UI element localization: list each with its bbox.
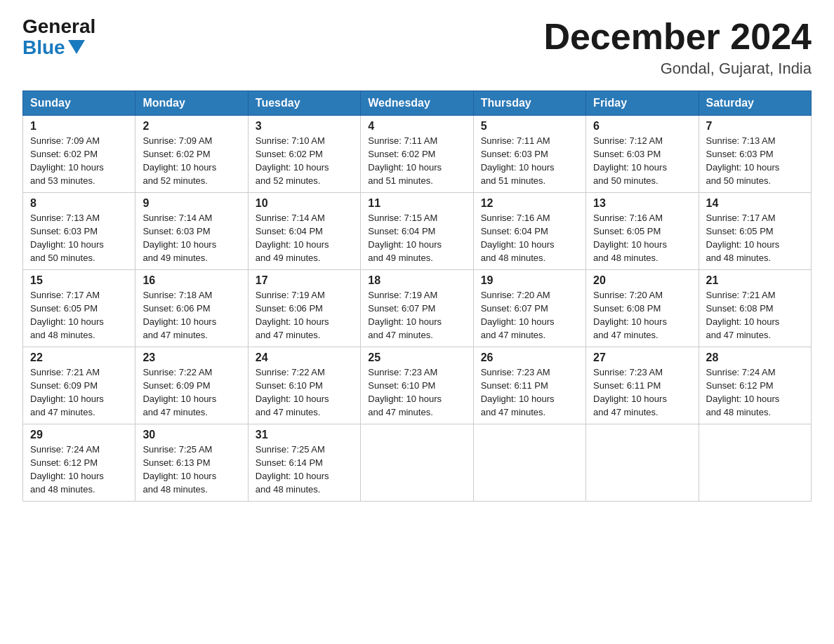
- day-number: 10: [256, 197, 353, 210]
- table-row: [473, 424, 585, 502]
- day-info: Sunrise: 7:14 AMSunset: 6:03 PMDaylight:…: [143, 212, 240, 264]
- day-number: 16: [143, 274, 240, 287]
- day-number: 19: [481, 274, 578, 287]
- day-number: 13: [593, 197, 691, 210]
- table-row: 24Sunrise: 7:22 AMSunset: 6:10 PMDayligh…: [248, 347, 360, 424]
- table-row: 16Sunrise: 7:18 AMSunset: 6:06 PMDayligh…: [135, 270, 248, 347]
- day-info: Sunrise: 7:24 AMSunset: 6:12 PMDaylight:…: [30, 443, 128, 496]
- day-number: 25: [368, 351, 465, 364]
- day-number: 1: [30, 120, 128, 133]
- day-info: Sunrise: 7:24 AMSunset: 6:12 PMDaylight:…: [706, 366, 804, 419]
- day-number: 2: [143, 120, 240, 133]
- table-row: 2Sunrise: 7:09 AMSunset: 6:02 PMDaylight…: [135, 116, 248, 193]
- day-number: 9: [143, 197, 240, 210]
- day-number: 24: [256, 351, 353, 364]
- day-number: 17: [256, 274, 353, 287]
- day-info: Sunrise: 7:23 AMSunset: 6:10 PMDaylight:…: [368, 366, 465, 419]
- day-info: Sunrise: 7:21 AMSunset: 6:09 PMDaylight:…: [30, 366, 128, 419]
- day-info: Sunrise: 7:12 AMSunset: 6:03 PMDaylight:…: [593, 135, 691, 187]
- day-number: 31: [256, 429, 353, 441]
- col-monday: Monday: [135, 91, 248, 116]
- day-info: Sunrise: 7:20 AMSunset: 6:08 PMDaylight:…: [593, 289, 691, 342]
- table-row: [361, 424, 473, 502]
- table-row: 17Sunrise: 7:19 AMSunset: 6:06 PMDayligh…: [248, 270, 360, 347]
- day-number: 11: [368, 197, 465, 210]
- table-row: 14Sunrise: 7:17 AMSunset: 6:05 PMDayligh…: [699, 193, 811, 270]
- table-row: 26Sunrise: 7:23 AMSunset: 6:11 PMDayligh…: [473, 347, 585, 424]
- day-number: 12: [481, 197, 578, 210]
- day-info: Sunrise: 7:11 AMSunset: 6:02 PMDaylight:…: [368, 135, 465, 187]
- table-row: 10Sunrise: 7:14 AMSunset: 6:04 PMDayligh…: [248, 193, 360, 270]
- calendar-week-row: 22Sunrise: 7:21 AMSunset: 6:09 PMDayligh…: [23, 347, 812, 424]
- col-thursday: Thursday: [473, 91, 585, 116]
- table-row: 30Sunrise: 7:25 AMSunset: 6:13 PMDayligh…: [135, 424, 248, 502]
- day-number: 7: [706, 120, 804, 133]
- calendar-week-row: 1Sunrise: 7:09 AMSunset: 6:02 PMDaylight…: [23, 116, 812, 193]
- day-number: 21: [706, 274, 804, 287]
- day-info: Sunrise: 7:10 AMSunset: 6:02 PMDaylight:…: [256, 135, 353, 187]
- table-row: 4Sunrise: 7:11 AMSunset: 6:02 PMDaylight…: [361, 116, 473, 193]
- table-row: 18Sunrise: 7:19 AMSunset: 6:07 PMDayligh…: [361, 270, 473, 347]
- day-info: Sunrise: 7:18 AMSunset: 6:06 PMDaylight:…: [143, 289, 240, 342]
- day-info: Sunrise: 7:13 AMSunset: 6:03 PMDaylight:…: [30, 212, 128, 264]
- table-row: 6Sunrise: 7:12 AMSunset: 6:03 PMDaylight…: [586, 116, 699, 193]
- table-row: 19Sunrise: 7:20 AMSunset: 6:07 PMDayligh…: [473, 270, 585, 347]
- table-row: 29Sunrise: 7:24 AMSunset: 6:12 PMDayligh…: [23, 424, 135, 502]
- day-info: Sunrise: 7:25 AMSunset: 6:13 PMDaylight:…: [143, 443, 240, 496]
- logo-general-text: General: [22, 17, 95, 36]
- day-number: 14: [706, 197, 804, 210]
- day-info: Sunrise: 7:15 AMSunset: 6:04 PMDaylight:…: [368, 212, 465, 264]
- table-row: 9Sunrise: 7:14 AMSunset: 6:03 PMDaylight…: [135, 193, 248, 270]
- table-row: 21Sunrise: 7:21 AMSunset: 6:08 PMDayligh…: [699, 270, 811, 347]
- day-number: 18: [368, 274, 465, 287]
- day-number: 30: [143, 429, 240, 441]
- col-tuesday: Tuesday: [248, 91, 360, 116]
- table-row: 20Sunrise: 7:20 AMSunset: 6:08 PMDayligh…: [586, 270, 699, 347]
- day-info: Sunrise: 7:16 AMSunset: 6:04 PMDaylight:…: [481, 212, 578, 264]
- day-number: 5: [481, 120, 578, 133]
- day-number: 28: [706, 351, 804, 364]
- day-number: 23: [143, 351, 240, 364]
- day-number: 15: [30, 274, 128, 287]
- calendar-table: Sunday Monday Tuesday Wednesday Thursday…: [22, 90, 812, 502]
- day-info: Sunrise: 7:13 AMSunset: 6:03 PMDaylight:…: [706, 135, 804, 187]
- logo-triangle-icon: [68, 40, 85, 54]
- table-row: 8Sunrise: 7:13 AMSunset: 6:03 PMDaylight…: [23, 193, 135, 270]
- page-header: General Blue December 2024 Gondal, Gujar…: [22, 17, 812, 78]
- day-number: 26: [481, 351, 578, 364]
- col-friday: Friday: [586, 91, 699, 116]
- logo: General Blue: [22, 17, 95, 59]
- col-wednesday: Wednesday: [361, 91, 473, 116]
- day-info: Sunrise: 7:17 AMSunset: 6:05 PMDaylight:…: [706, 212, 804, 264]
- day-number: 27: [593, 351, 691, 364]
- table-row: [586, 424, 699, 502]
- calendar-week-row: 15Sunrise: 7:17 AMSunset: 6:05 PMDayligh…: [23, 270, 812, 347]
- table-row: 12Sunrise: 7:16 AMSunset: 6:04 PMDayligh…: [473, 193, 585, 270]
- logo-blue-label: Blue: [22, 36, 65, 59]
- table-row: 11Sunrise: 7:15 AMSunset: 6:04 PMDayligh…: [361, 193, 473, 270]
- day-info: Sunrise: 7:14 AMSunset: 6:04 PMDaylight:…: [256, 212, 353, 264]
- logo-blue-text: Blue: [22, 36, 85, 59]
- table-row: 31Sunrise: 7:25 AMSunset: 6:14 PMDayligh…: [248, 424, 360, 502]
- day-number: 3: [256, 120, 353, 133]
- day-number: 20: [593, 274, 691, 287]
- table-row: 5Sunrise: 7:11 AMSunset: 6:03 PMDaylight…: [473, 116, 585, 193]
- month-title: December 2024: [543, 17, 812, 57]
- day-number: 6: [593, 120, 691, 133]
- day-info: Sunrise: 7:19 AMSunset: 6:06 PMDaylight:…: [256, 289, 353, 342]
- day-info: Sunrise: 7:09 AMSunset: 6:02 PMDaylight:…: [30, 135, 128, 187]
- table-row: 22Sunrise: 7:21 AMSunset: 6:09 PMDayligh…: [23, 347, 135, 424]
- col-sunday: Sunday: [23, 91, 135, 116]
- day-info: Sunrise: 7:20 AMSunset: 6:07 PMDaylight:…: [481, 289, 578, 342]
- calendar-week-row: 29Sunrise: 7:24 AMSunset: 6:12 PMDayligh…: [23, 424, 812, 502]
- day-info: Sunrise: 7:21 AMSunset: 6:08 PMDaylight:…: [706, 289, 804, 342]
- day-number: 4: [368, 120, 465, 133]
- day-number: 8: [30, 197, 128, 210]
- table-row: 28Sunrise: 7:24 AMSunset: 6:12 PMDayligh…: [699, 347, 811, 424]
- table-row: 23Sunrise: 7:22 AMSunset: 6:09 PMDayligh…: [135, 347, 248, 424]
- day-info: Sunrise: 7:16 AMSunset: 6:05 PMDaylight:…: [593, 212, 691, 264]
- calendar-header-row: Sunday Monday Tuesday Wednesday Thursday…: [23, 91, 812, 116]
- table-row: 1Sunrise: 7:09 AMSunset: 6:02 PMDaylight…: [23, 116, 135, 193]
- day-number: 22: [30, 351, 128, 364]
- location-text: Gondal, Gujarat, India: [543, 60, 812, 78]
